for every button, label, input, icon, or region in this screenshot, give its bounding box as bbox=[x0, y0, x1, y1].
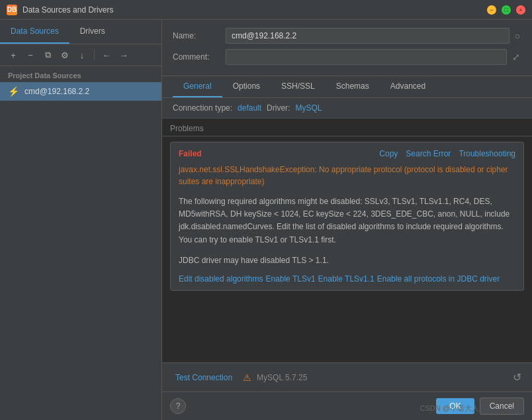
close-button[interactable]: × bbox=[516, 5, 525, 15]
tab-schemas[interactable]: Schemas bbox=[326, 76, 380, 97]
name-expand-button[interactable]: ○ bbox=[513, 29, 521, 42]
app-icon: DB bbox=[7, 5, 17, 15]
problems-header: Problems bbox=[162, 119, 532, 136]
add-button[interactable]: + bbox=[5, 47, 21, 63]
search-error-action[interactable]: Search Error bbox=[406, 149, 451, 158]
tabs-bar: General Options SSH/SSL Schemas Advanced bbox=[162, 76, 532, 98]
import-button[interactable]: ↓ bbox=[74, 47, 90, 63]
help-button[interactable]: ? bbox=[170, 398, 186, 414]
dialog-footer: ? OK Cancel bbox=[162, 392, 532, 420]
comment-field: Comment: ⤢ bbox=[173, 49, 521, 65]
right-panel: Name: ○ Comment: ⤢ General Options SSH/S… bbox=[162, 20, 532, 420]
enable-tlsv11-link[interactable]: Enable TLSv1.1 bbox=[318, 274, 375, 284]
cancel-button[interactable]: Cancel bbox=[480, 397, 524, 415]
forward-button[interactable]: → bbox=[116, 47, 132, 63]
comment-expand-button[interactable]: ⤢ bbox=[511, 50, 521, 64]
maximize-button[interactable]: □ bbox=[502, 5, 511, 15]
datasource-item-label: cmd@192.168.2.2 bbox=[24, 87, 89, 96]
sidebar-tabs: Data Sources Drivers bbox=[0, 20, 161, 44]
tab-data-sources[interactable]: Data Sources bbox=[0, 20, 69, 44]
back-button[interactable]: ← bbox=[99, 47, 114, 63]
error-message: javax.net.ssl.SSLHandshakeException: No … bbox=[179, 164, 515, 187]
problems-content: Failed Copy Search Error Troubleshooting… bbox=[162, 136, 532, 362]
sidebar-toolbar: + − ⧉ ⚙ ↓ ← → bbox=[0, 44, 161, 66]
project-data-sources-label: Project Data Sources bbox=[0, 66, 161, 82]
settings-button[interactable]: ⚙ bbox=[57, 47, 73, 63]
problems-section: Problems Failed Copy Search Error Troubl… bbox=[162, 119, 532, 362]
tab-general[interactable]: General bbox=[173, 76, 222, 97]
datasource-icon: ⚡ bbox=[8, 86, 19, 97]
enable-all-protocols-link[interactable]: Enable all protocols in JDBC driver bbox=[377, 274, 500, 284]
bottom-bar: Test Connection ⚠ MySQL 5.7.25 ↺ bbox=[162, 362, 532, 392]
tab-options[interactable]: Options bbox=[222, 76, 271, 97]
sidebar-item-datasource[interactable]: ⚡ cmd@192.168.2.2 bbox=[0, 82, 161, 101]
test-connection-button[interactable]: Test Connection bbox=[170, 370, 238, 385]
sidebar: Data Sources Drivers + − ⧉ ⚙ ↓ ← → Proje… bbox=[0, 20, 162, 420]
name-input[interactable] bbox=[226, 28, 510, 44]
conn-type-prefix: Connection type: bbox=[173, 103, 232, 113]
driver-prefix: Driver: bbox=[267, 103, 290, 113]
window-title: Data Sources and Drivers bbox=[22, 5, 487, 15]
conn-type-value[interactable]: default bbox=[238, 103, 261, 113]
toolbar-separator bbox=[94, 50, 95, 60]
enable-tlsv1-link[interactable]: Enable TLSv1 bbox=[265, 274, 315, 284]
copy-action[interactable]: Copy bbox=[379, 149, 398, 158]
error-panel: Failed Copy Search Error Troubleshooting… bbox=[170, 142, 524, 291]
troubleshooting-action[interactable]: Troubleshooting bbox=[459, 149, 515, 158]
minimize-button[interactable]: − bbox=[487, 5, 496, 15]
main-container: Data Sources Drivers + − ⧉ ⚙ ↓ ← → Proje… bbox=[0, 20, 532, 420]
copy-button[interactable]: ⧉ bbox=[40, 47, 56, 63]
tab-ssh-ssl[interactable]: SSH/SSL bbox=[271, 76, 326, 97]
edit-disabled-algorithms-link[interactable]: Edit disabled algorithms bbox=[179, 274, 263, 284]
error-header: Failed Copy Search Error Troubleshooting bbox=[179, 149, 515, 158]
jdbc-note: JDBC driver may have disabled TLS > 1.1. bbox=[179, 254, 515, 266]
driver-value[interactable]: MySQL bbox=[295, 103, 322, 113]
tab-drivers[interactable]: Drivers bbox=[69, 20, 116, 44]
conn-type-bar: Connection type: default Driver: MySQL bbox=[162, 98, 532, 119]
comment-label: Comment: bbox=[173, 52, 226, 62]
error-badge: Failed bbox=[179, 149, 202, 158]
titlebar: DB Data Sources and Drivers − □ × bbox=[0, 0, 532, 20]
warning-icon: ⚠ bbox=[243, 372, 251, 383]
comment-input[interactable] bbox=[226, 49, 507, 65]
connection-header: Name: ○ Comment: ⤢ bbox=[162, 20, 532, 76]
ok-button[interactable]: OK bbox=[436, 398, 474, 414]
name-field: Name: ○ bbox=[173, 28, 521, 44]
name-label: Name: bbox=[173, 31, 226, 40]
refresh-button[interactable]: ↺ bbox=[510, 368, 524, 386]
error-actions: Copy Search Error Troubleshooting bbox=[379, 149, 515, 158]
error-detail: The following required algorithms might … bbox=[179, 195, 515, 246]
tab-advanced[interactable]: Advanced bbox=[380, 76, 436, 97]
remove-button[interactable]: − bbox=[22, 47, 38, 63]
action-links: Edit disabled algorithms Enable TLSv1 En… bbox=[179, 274, 515, 284]
window-controls: − □ × bbox=[487, 5, 525, 15]
mysql-version: MySQL 5.7.25 bbox=[257, 373, 307, 382]
